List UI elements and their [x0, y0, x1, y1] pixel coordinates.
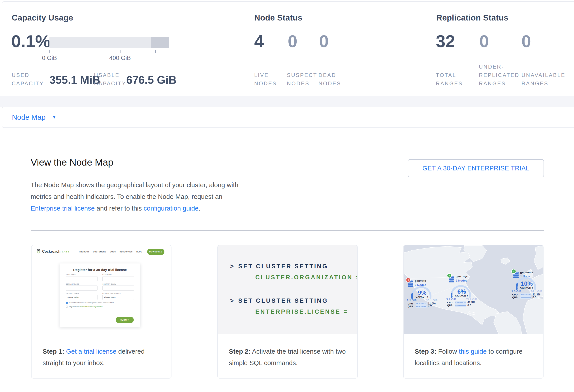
capacity-range: 3.2 GiB 35.1 GiB — [407, 299, 438, 302]
healthy-badge-icon: ✓ — [447, 273, 452, 278]
first-name-label: FIRST NAME — [66, 274, 98, 276]
suspect-nodes-value: 0 — [288, 33, 297, 50]
last-name-label: LAST NAME — [102, 274, 134, 276]
dead-nodes-value: 0 — [319, 33, 328, 50]
qps-value: 4.7 — [428, 305, 438, 308]
suspect-nodes-label: SUSPECT NODES — [287, 71, 317, 88]
view-dropdown-label[interactable]: Node Map — [12, 113, 45, 121]
chevron-down-icon: ▼ — [52, 115, 56, 120]
this-guide-link[interactable]: this guide — [459, 348, 487, 355]
used-capacity-label: USED CAPACITY — [12, 71, 46, 88]
configuration-guide-link[interactable]: configuration guide — [144, 205, 199, 212]
license-agreement-checkbox — [66, 306, 68, 308]
description-text: and refer to this — [95, 205, 144, 212]
qps-value: 0.0 — [467, 304, 477, 307]
capacity-gauge-label: CAPACITY — [409, 296, 435, 298]
capacity-tick — [49, 50, 50, 53]
node-map-description: The Node Map shows the geographical layo… — [31, 179, 244, 214]
capacity-gauge-ams: 10% CAPACITY 3.6 GiB 34.4 GiB CPU 12.3% … — [514, 277, 543, 306]
company-name-label: COMPANY NAME — [66, 283, 98, 285]
capacity-tick — [120, 50, 121, 53]
capacity-bar-segment — [151, 37, 169, 48]
capacity-used: 3.6 GiB — [511, 290, 521, 293]
under-replicated-ranges-value: 0 — [479, 33, 489, 50]
cpu-value: 42.5% — [467, 301, 477, 304]
site-nav: PRODUCT CUSTOMERS DOCS RESOURCES BLOG — [79, 251, 142, 253]
company-email-label: COMPANY EMAIL — [102, 283, 134, 285]
qps-value: 0.0 — [533, 296, 542, 299]
company-name-field — [66, 285, 98, 291]
capacity-tick — [155, 50, 156, 53]
form-title: Register for a 30-day trial license — [60, 268, 140, 272]
capacity-range: 3.7 GiB 65.7 GiB — [446, 298, 477, 301]
get-enterprise-trial-button[interactable]: GET A 30-DAY ENTERPRISE TRIAL — [408, 159, 544, 177]
step3-caption: Step 3: Follow this guide to configure l… — [415, 346, 536, 369]
replication-status-title: Replication Status — [436, 13, 508, 22]
cpu-row: CPU 42.5% — [447, 301, 477, 304]
qps-row: QPS 0.0 — [512, 296, 542, 299]
first-name-field — [66, 276, 98, 281]
under-replicated-ranges-label: UNDER-REPLICATED RANGES — [479, 63, 524, 88]
cpu-value: 11.0% — [428, 302, 438, 305]
divider — [31, 230, 544, 231]
project-phase-label: PROJECT PHASE — [66, 293, 98, 294]
step3-text: Follow — [436, 348, 459, 355]
capacity-total: 65.7 GiB — [465, 298, 477, 301]
trial-license-form: Register for a 30-day trial license FIRS… — [60, 263, 140, 327]
cluster-marker-nyc: ✓ geo=nyc 2 Nodes — [447, 273, 482, 286]
step1-caption: Step 1: Get a trial license delivered st… — [42, 346, 164, 369]
sql-line-3: >SET CLUSTER SETTING — [230, 298, 328, 304]
unavailable-ranges-value: 0 — [521, 33, 531, 50]
step2-card: >SET CLUSTER SETTING CLUSTER.ORGANIZATIO… — [217, 245, 358, 378]
capacity-tick-label-400: 400 GiB — [102, 55, 138, 61]
license-agreement-label: I agree to the Software License Agreemen… — [69, 306, 103, 308]
step1-card: Cockroach LABS PRODUCT CUSTOMERS DOCS RE… — [31, 245, 171, 378]
capacity-tick — [85, 50, 85, 53]
enterprise-trial-license-link[interactable]: Enterprise trial license — [31, 205, 95, 212]
nav-item-docs: DOCS — [110, 251, 116, 253]
unavailable-ranges-label: UNAVAILABLE RANGES — [521, 71, 569, 88]
company-email-field — [102, 285, 134, 291]
locality-name: geo=sfo — [415, 279, 426, 282]
capacity-tick-label-0: 0 GiB — [32, 55, 67, 61]
qps-sparkline — [520, 296, 531, 299]
project-phase-select: Please Select — [66, 295, 98, 300]
trial-site-screenshot: Cockroach LABS PRODUCT CUSTOMERS DOCS RE… — [32, 245, 171, 334]
total-ranges-value: 32 — [436, 33, 455, 50]
step2-caption: Step 2: Activate the trial license with … — [229, 346, 350, 369]
view-selector-bar: Node Map ▼ — [2, 107, 574, 128]
error-badge-icon: 1 — [406, 278, 411, 282]
step1-prefix: Step 1: — [42, 348, 64, 355]
brand-suffix: LABS — [62, 250, 69, 253]
submit-button: SUBMIT — [116, 317, 134, 323]
locality-name: geo=ams — [520, 271, 533, 274]
description-text: The Node Map shows the geographical layo… — [31, 181, 238, 200]
capacity-gauge-label: CAPACITY — [449, 294, 474, 297]
cpu-row: CPU 11.0% — [408, 302, 438, 305]
email-updates-checkbox: ✓ — [66, 302, 68, 304]
node-status-title: Node Status — [254, 13, 302, 22]
cpu-sparkline — [455, 301, 466, 304]
reason-select: Please Select — [102, 295, 134, 300]
get-trial-license-link[interactable]: Get a trial license — [66, 348, 117, 355]
step3-card: 1 geo=sfo 2 Nodes 9% CAPACITY 3.2 GiB 35… — [403, 245, 544, 378]
locality-node-count: 2 Nodes — [456, 279, 467, 282]
nav-item-product: PRODUCT — [79, 251, 89, 253]
capacity-percent: 0.1% — [11, 33, 51, 50]
cluster-summary-panel: Capacity Usage 0.1% 0 GiB 400 GiB USED C… — [2, 1, 574, 96]
cockroach-bug-icon — [36, 249, 41, 254]
capacity-used: 3.2 GiB — [407, 299, 417, 302]
capacity-range: 3.6 GiB 34.4 GiB — [511, 290, 542, 293]
usable-capacity-value: 676.5 GiB — [126, 75, 177, 86]
nav-item-blog: BLOG — [136, 251, 142, 253]
reason-label: REASON FOR INTEREST — [102, 293, 134, 294]
capacity-total: 34.4 GiB — [531, 290, 542, 293]
view-dropdown[interactable]: Node Map ▼ — [12, 107, 56, 128]
section-divider-band — [0, 96, 574, 107]
nav-item-customers: CUSTOMERS — [93, 251, 106, 253]
sql-line-2: CLUSTER.ORGANIZATION = — [255, 274, 357, 281]
usable-capacity-label: USABLE CAPACITY — [94, 71, 130, 88]
cpu-sparkline — [520, 294, 531, 296]
capacity-gauge-nyc: 6% CAPACITY 3.7 GiB 65.7 GiB CPU 42.5% Q… — [449, 285, 478, 314]
step3-prefix: Step 3: — [415, 348, 436, 355]
